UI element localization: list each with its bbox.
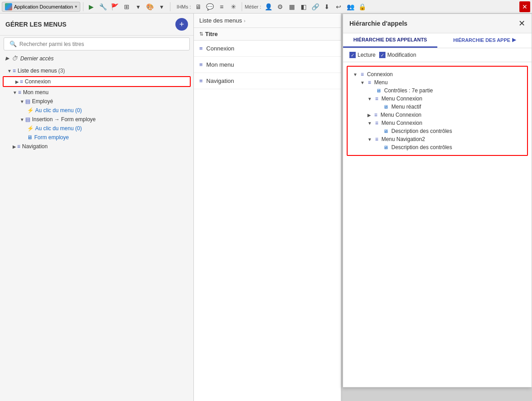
users-icon[interactable]: 👥 [345,1,356,12]
root-chevron[interactable]: ▼ [7,68,12,73]
modal-filters: Lecture Modification [343,48,532,62]
chat-icon[interactable]: 💬 [205,1,216,12]
right-panel-bg: Hiérarchie d'appels ✕ HIÉRARCHIE DES APP… [343,14,532,401]
hier-mc3-label: Menu Connexion [381,120,422,126]
employe-chevron[interactable]: ▼ [20,99,24,104]
close-button[interactable]: ✕ [519,1,530,12]
hier-menu[interactable]: ▼ ≡ Menu [351,78,523,87]
tab-appe-arrow: ▶ [512,37,516,43]
modal-header: Hiérarchie d'appels ✕ [343,14,532,33]
hier-mc2-icon: ≡ [374,112,377,118]
menu-mon-menu-icon: ≡ [199,61,203,68]
wrench-button[interactable]: 🔧 [98,1,109,12]
lock-icon[interactable]: 🔒 [357,1,367,12]
insertion-label: Insertion → Form employe [32,116,96,123]
tree-root[interactable]: ▼ ≡ Liste des menus (3) [0,66,193,75]
monitor-icon[interactable]: 🖥 [193,1,204,12]
hier-menu-connexion-3[interactable]: ▼ ≡ Menu Connexion [351,119,523,127]
form-employe-item[interactable]: 🖥 Form employe [0,133,193,142]
metier-toolbar: 👤 ⚙ ▦ ◧ 🔗 ⬇ ↩ 👥 🔒 [263,1,367,12]
last-access-row[interactable]: ▶ ⏱ Dernier accès [0,52,193,64]
breadcrumb-label[interactable]: Liste des menus [199,17,242,24]
menu-mon-menu-item[interactable]: ≡ Mon menu [194,57,342,73]
grid-button[interactable]: ⊞ [121,1,132,12]
menu-connexion-item[interactable]: ≡ Connexion [194,41,342,57]
last-access-label: Dernier accès [20,55,54,62]
hier-menu-nav2[interactable]: ▼ ≡ Menu Navigation2 [351,135,523,143]
table-icon[interactable]: ▦ [286,1,297,12]
employe-label: Employé [32,98,53,105]
insertion-chevron[interactable]: ▼ [20,117,24,122]
link-icon[interactable]: 🔗 [310,1,321,12]
app-title-button[interactable]: Application Documentation ▾ [2,2,80,12]
hier-menu-reactif[interactable]: 🖥 Menu réactif [351,103,523,111]
modification-checkbox[interactable] [379,52,385,58]
lecture-checkbox[interactable] [349,52,356,58]
metier-label: Métier : [245,4,261,9]
hier-connexion-chevron[interactable]: ▼ [353,72,358,77]
navigation-item[interactable]: ▶ ≡ Navigation [0,142,193,151]
menu-connexion-icon: ≡ [199,45,203,52]
connexion-chevron[interactable]: ▶ [15,79,19,84]
search-input[interactable] [19,41,184,47]
sort-icon[interactable]: ⇅ [199,31,203,37]
au-clic-2-item[interactable]: ⚡ Au clic du menu (0) [0,124,193,133]
tab-appelants[interactable]: HIÉRARCHIE DES APPELANTS [343,33,437,48]
au-clic-2-label: Au clic du menu (0) [35,125,82,132]
hier-menu-chevron[interactable]: ▼ [360,80,365,85]
insertion-form-icon: ▤ [25,116,30,123]
tab-appe-label: HIÉRARCHIE DES APPE [453,37,510,43]
mon-menu-chevron[interactable]: ▼ [13,90,17,95]
left-panel-title: GÉRER LES MENUS [5,21,66,28]
app-dropdown-arrow[interactable]: ▾ [75,4,77,9]
dropdown-btn1[interactable]: ▾ [133,1,144,12]
root-count: (3) [58,68,65,74]
ihms-toolbar: 🖥 💬 ≡ ✳ [193,1,239,12]
add-menu-button[interactable]: + [175,18,188,31]
hier-desc-2[interactable]: 🖥 Description des contrôles [351,143,523,151]
mon-menu-item[interactable]: ▼ ≡ Mon menu [0,88,193,97]
au-clic-1-item[interactable]: ⚡ Au clic du menu (0) [0,106,193,115]
middle-panel: Liste des menus › ⇅ Titre ≡ Connexion ≡ … [194,14,343,401]
flag-button[interactable]: 🚩 [110,1,120,12]
menu-navigation-item[interactable]: ≡ Navigation [194,73,342,89]
hier-mc3-chevron[interactable]: ▼ [367,121,372,126]
connexion-item[interactable]: ▶ ≡ Connexion [3,76,191,87]
modal-body: ▼ ≡ Connexion ▼ ≡ Menu [343,62,532,387]
download-icon[interactable]: ⬇ [321,1,332,12]
menu-connexion-label: Connexion [206,45,234,52]
hier-connexion[interactable]: ▼ ≡ Connexion [351,70,523,78]
hier-menu-connexion-1[interactable]: ▼ ≡ Menu Connexion [351,95,523,103]
asterisk-icon[interactable]: ✳ [228,1,239,12]
modal-close-button[interactable]: ✕ [518,18,525,28]
dropdown-btn2[interactable]: ▾ [156,1,167,12]
hier-mc2-label: Menu Connexion [381,112,422,118]
hier-controles[interactable]: 🖥 Contrôles : 7e partie [351,87,523,95]
color-button[interactable]: 🎨 [145,1,156,12]
mon-menu-label: Mon menu [23,89,49,96]
hier-mc1-icon: ≡ [375,96,378,102]
cube-icon[interactable]: ◧ [298,1,309,12]
menu-lines-icon[interactable]: ≡ [216,1,227,12]
arrow-icon[interactable]: ↩ [333,1,344,12]
hier-nav2-chevron[interactable]: ▼ [367,137,372,142]
menu-navigation-label: Navigation [206,77,234,84]
left-panel: GÉRER LES MENUS + 🔍 ▶ ⏱ Dernier accès ▼ … [0,14,194,401]
hier-mc1-label: Menu Connexion [381,96,422,102]
hier-menu-connexion-2[interactable]: ▶ ≡ Menu Connexion [351,111,523,119]
employe-item[interactable]: ▼ ▤ Employé [0,97,193,106]
hier-desc2-icon: 🖥 [383,145,388,150]
insertion-item[interactable]: ▼ ▤ Insertion → Form employe [0,115,193,124]
mon-menu-icon: ≡ [18,89,21,96]
main-layout: GÉRER LES MENUS + 🔍 ▶ ⏱ Dernier accès ▼ … [0,14,532,401]
left-panel-header: GÉRER LES MENUS + [0,14,193,36]
gear-icon[interactable]: ⚙ [275,1,285,12]
hier-mc2-chevron[interactable]: ▶ [367,113,371,118]
play-button[interactable]: ▶ [86,1,97,12]
tab-appe[interactable]: HIÉRARCHIE DES APPE ▶ [437,33,532,48]
navigation-chevron[interactable]: ▶ [13,144,16,149]
hier-mc1-chevron[interactable]: ▼ [367,96,372,101]
person-icon[interactable]: 👤 [263,1,274,12]
hier-desc-1[interactable]: 🖥 Description des contrôles [351,127,523,135]
hier-nav2-label: Menu Navigation2 [381,136,425,142]
